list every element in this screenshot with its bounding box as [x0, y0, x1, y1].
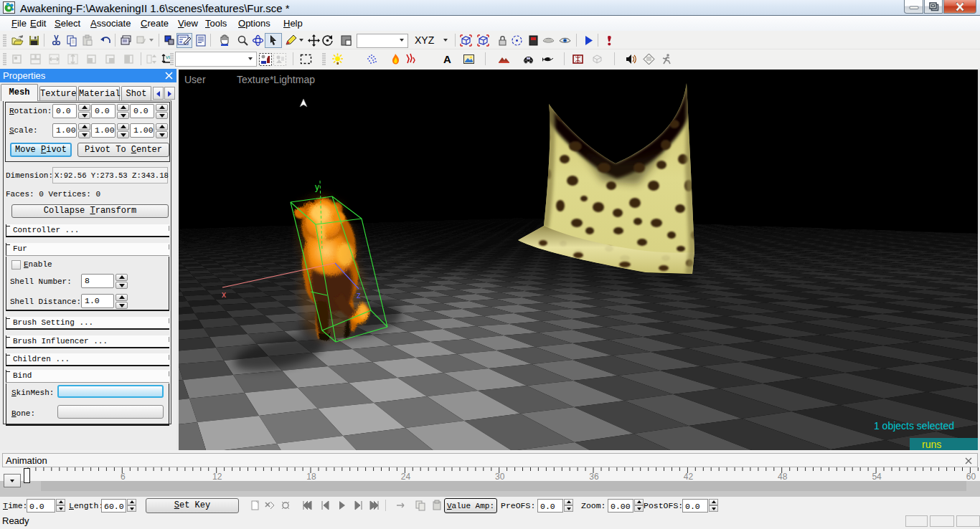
svg-text:42: 42 [684, 472, 694, 482]
svg-text:12: 12 [212, 472, 222, 482]
svg-text:x: x [222, 290, 226, 300]
svg-text:6: 6 [121, 472, 126, 482]
svg-text:54: 54 [872, 472, 882, 482]
svg-text:30: 30 [495, 472, 505, 482]
svg-text:A: A [443, 53, 451, 65]
svg-text:z: z [357, 290, 361, 300]
svg-text:y: y [315, 182, 319, 192]
svg-text:18: 18 [306, 472, 316, 482]
svg-text:24: 24 [401, 472, 411, 482]
svg-text:48: 48 [778, 472, 788, 482]
svg-text:60: 60 [966, 472, 976, 482]
svg-text:36: 36 [589, 472, 599, 482]
